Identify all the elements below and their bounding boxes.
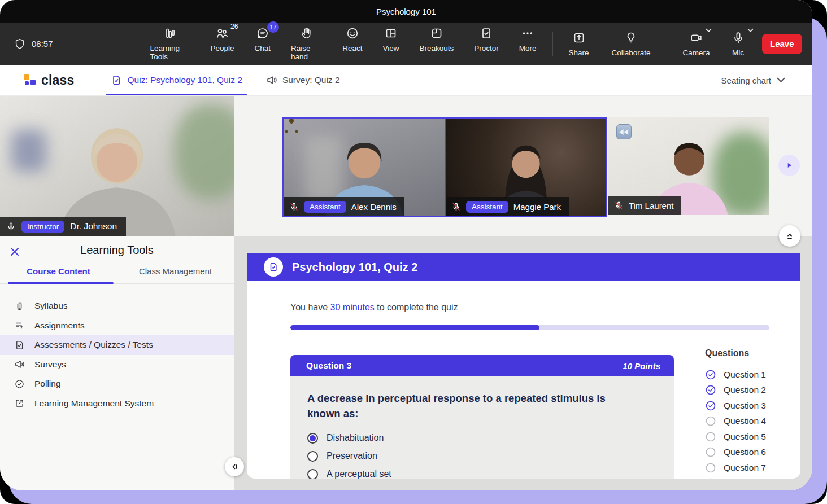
question-card-body: A decrease in perceptual response to a r… <box>290 376 674 479</box>
video-tile-maggie[interactable]: Assistant Maggie Park <box>445 119 606 216</box>
button-label: Chat <box>254 44 271 52</box>
stats-bars-icon <box>163 27 177 40</box>
button-label: More <box>519 44 537 52</box>
collapse-sidebar-button[interactable] <box>225 457 244 476</box>
view-button[interactable]: View <box>382 27 399 52</box>
chevron-down-icon <box>777 77 785 83</box>
answer-option[interactable]: Dishabituation <box>307 433 657 444</box>
question-number: Question 3 <box>306 361 351 371</box>
check-circle-icon <box>705 369 716 380</box>
video-tile-alex[interactable]: Assistant Alex Dennis <box>284 119 445 216</box>
chat-bubble-icon: 17 <box>256 27 269 40</box>
check-circle-icon <box>705 384 716 396</box>
collapse-quiz-button[interactable] <box>779 225 800 247</box>
assistant-role-badge: Assistant <box>304 201 346 213</box>
question-nav-item[interactable]: Question 7 <box>705 460 798 476</box>
instructor-video-tile[interactable]: Instructor Dr. Johnson <box>0 96 234 236</box>
chat-button[interactable]: 17 Chat <box>254 27 271 52</box>
document-check-icon <box>111 74 122 86</box>
empty-circle-icon <box>705 415 716 427</box>
question-nav-label: Question 5 <box>724 432 766 442</box>
instructor-name-bar: Instructor Dr. Johnson <box>0 217 126 236</box>
button-label: Mic <box>732 49 744 57</box>
breakouts-button[interactable]: Breakouts <box>420 27 454 52</box>
button-label: Share <box>569 49 589 57</box>
carousel-next-button[interactable] <box>778 155 800 176</box>
video-carousel: Assistant Alex Dennis <box>282 117 769 217</box>
tab-course-content[interactable]: Course Content <box>0 266 117 283</box>
menu-item-syllabus[interactable]: Syllabus <box>0 296 234 316</box>
shield-timer-icon <box>14 38 26 50</box>
question-navigator: Questions Question 1 Question 2 <box>705 348 798 479</box>
check-circle-icon <box>14 378 25 389</box>
question-nav-item-partial <box>705 476 798 479</box>
button-label: Breakouts <box>420 44 454 52</box>
document-tabbar: class Quiz: Psychology 101, Quiz 2 Surve… <box>0 65 812 96</box>
people-button[interactable]: 26 People <box>210 27 234 52</box>
button-label: Proctor <box>474 44 499 52</box>
eject-icon <box>784 230 795 242</box>
question-nav-item[interactable]: Question 6 <box>705 445 798 461</box>
microphone-muted-icon <box>289 202 299 212</box>
class-logo-text: class <box>41 73 75 88</box>
share-button[interactable]: Share <box>569 31 589 57</box>
radio-unselected[interactable] <box>307 469 318 479</box>
play-arrow-icon <box>785 161 793 169</box>
menu-item-assessments[interactable]: Assessments / Quizzes / Tests <box>0 335 234 355</box>
radio-selected[interactable] <box>307 433 318 444</box>
featured-video-group: Assistant Alex Dennis <box>282 117 607 217</box>
participant-video-strip: Assistant Alex Dennis <box>234 96 812 236</box>
course-content-menu: Syllabus Assignments Asses <box>0 296 234 413</box>
quiz-title: Psychology 101, Quiz 2 <box>292 261 417 274</box>
chevron-down-icon[interactable] <box>747 28 754 33</box>
menu-item-surveys[interactable]: Surveys <box>0 355 234 375</box>
camera-button[interactable]: Camera <box>683 31 710 57</box>
tab-survey[interactable]: Survey: Quiz 2 <box>266 74 340 86</box>
radio-unselected[interactable] <box>307 451 318 462</box>
participant-name: Alex Dennis <box>351 202 397 212</box>
breakout-rooms-icon <box>430 27 443 40</box>
seating-chart-dropdown[interactable]: Seating chart <box>721 76 785 85</box>
question-nav-item[interactable]: Question 3 <box>705 398 798 414</box>
close-icon[interactable] <box>9 246 20 257</box>
leave-button[interactable]: Leave <box>762 34 802 54</box>
toolbar-divider <box>667 32 667 56</box>
answer-option[interactable]: A perceptual set <box>307 469 657 479</box>
menu-item-label: Polling <box>34 379 61 389</box>
menu-item-assignments[interactable]: Assignments <box>0 316 234 336</box>
people-count-badge: 26 <box>230 23 238 30</box>
question-nav-item[interactable]: Question 1 <box>705 367 798 383</box>
share-group: Share Collaborate <box>569 31 651 57</box>
raised-hand-icon <box>300 27 314 40</box>
check-circle-icon <box>705 400 716 411</box>
collaborate-button[interactable]: Collaborate <box>612 31 651 57</box>
more-button[interactable]: More <box>519 27 537 52</box>
react-button[interactable]: React <box>342 27 362 52</box>
chat-count-badge: 17 <box>267 21 278 33</box>
question-nav-item[interactable]: Question 4 <box>705 414 798 430</box>
answer-option[interactable]: Preservation <box>307 451 657 462</box>
answer-options: Dishabituation Preservation A perceptual… <box>307 433 657 479</box>
device-group: Camera Mic <box>683 31 745 57</box>
question-card: Question 3 10 Points A decrease in perce… <box>290 355 674 479</box>
video-tile-tim[interactable]: Tim Laurent <box>608 117 769 215</box>
question-card-header: Question 3 10 Points <box>290 355 674 376</box>
main-toolbar: 08:57 Learning Tools 26 People <box>0 23 812 65</box>
question-nav-item[interactable]: Question 2 <box>705 383 798 398</box>
menu-item-lms[interactable]: Learning Management System <box>0 394 234 414</box>
mic-button[interactable]: Mic <box>732 31 745 57</box>
microphone-icon <box>6 222 16 231</box>
assistant-role-badge: Assistant <box>466 201 508 213</box>
questions-heading: Questions <box>705 348 798 358</box>
participant-name: Tim Laurent <box>629 201 673 211</box>
menu-item-polling[interactable]: Polling <box>0 374 234 394</box>
raise-hand-button[interactable]: Raise hand <box>291 27 322 61</box>
chevron-down-icon[interactable] <box>706 28 712 33</box>
toolbar-divider <box>552 32 553 56</box>
question-nav-item[interactable]: Question 5 <box>705 429 798 445</box>
proctor-button[interactable]: Proctor <box>474 27 499 52</box>
button-label: Camera <box>683 49 710 57</box>
learning-tools-button[interactable]: Learning Tools <box>150 27 190 61</box>
tab-quiz[interactable]: Quiz: Psychology 101, Quiz 2 <box>111 65 242 95</box>
tab-class-management[interactable]: Class Management <box>117 266 234 283</box>
